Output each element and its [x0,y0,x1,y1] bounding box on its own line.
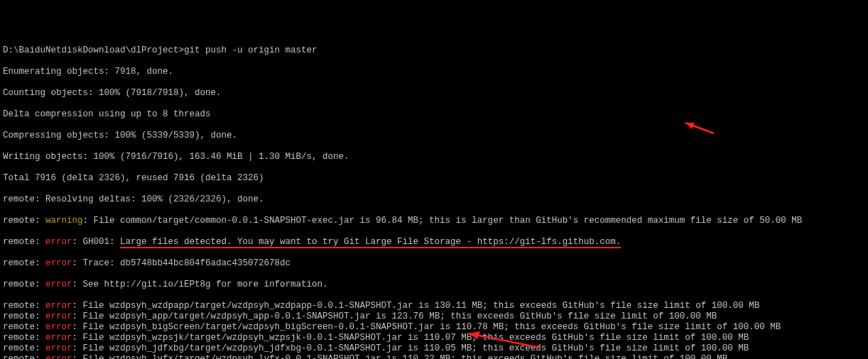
remote-prefix: remote: [3,280,45,289]
terminal-output-line: Counting objects: 100% (7918/7918), done… [3,88,868,99]
svg-marker-1 [685,123,695,129]
file-size-error-line: remote: error: File wzdpsyh_bigScreen/ta… [3,322,868,333]
remote-prefix: remote: [3,237,45,247]
terminal-output-line: Delta compression using up to 8 threads [3,109,868,120]
terminal-output-line: Enumerating objects: 7918, done. [3,67,868,77]
terminal-output-line: Total 7916 (delta 2326), reused 7916 (de… [3,173,868,184]
remote-gh001-line: remote: error: GH001: Large files detect… [3,237,868,248]
remote-trace-line: remote: error: Trace: db5748bb44bc804f6a… [3,258,868,269]
error-tag: error [45,322,72,332]
error-colon: : [72,322,83,332]
see-message: : See http://git.io/iEPt8g for more info… [72,280,328,289]
error-tag: error [45,258,72,268]
remote-prefix: remote: [3,322,45,332]
file-size-error-line: remote: error: File wzdpsyh_lyfx/target/… [3,354,868,359]
remote-warning-line: remote: warning: File common/target/comm… [3,216,868,226]
remote-prefix: remote: [3,333,45,343]
error-tag: error [45,237,72,247]
error-tag: error [45,333,72,343]
terminal-path: D:\BaiduNetdiskDownload\dlProject> [3,45,184,55]
error-message: File wzdpsyh_jdfxbg/target/wzdpsyh_jdfxb… [83,343,749,353]
error-message: File wzdpsyh_wzdpapp/target/wzdpsyh_wzdp… [83,301,760,311]
remote-prefix: remote: [3,311,45,321]
error-colon: : [72,343,83,353]
remote-prefix: remote: [3,301,45,311]
error-message: File wzdpsyh_app/target/wzdpsyh_app-0.0.… [83,311,717,321]
error-tag: error [45,301,72,311]
error-message: File wzdpsyh_bigScreen/target/wzdpsyh_bi… [83,322,781,332]
trace-message: : Trace: db5748bb44bc804f6adac435072678d… [72,258,291,268]
remote-prefix: remote: [3,258,45,268]
warning-tag: warning [45,216,83,226]
remote-prefix: remote: [3,343,45,353]
terminal-command: git push -u origin master [184,45,318,55]
gh001-prefix: : GH001: [72,237,121,247]
remote-prefix: remote: [3,354,45,359]
terminal-output-line: remote: Resolving deltas: 100% (2326/232… [3,194,868,205]
error-message: File wzdpsyh_wzpsjk/target/wzdpsyh_wzpsj… [83,333,749,343]
file-size-error-list: remote: error: File wzdpsyh_wzdpapp/targ… [3,301,868,359]
remote-see-line: remote: error: See http://git.io/iEPt8g … [3,280,868,290]
error-colon: : [72,311,83,321]
error-message: File wzdpsyh_lyfx/target/wzdpsyh_lyfx-0.… [83,354,728,359]
error-colon: : [72,354,83,359]
remote-prefix: remote: [3,216,45,226]
terminal-output-line: Writing objects: 100% (7916/7916), 163.4… [3,152,868,162]
error-tag: error [45,280,72,289]
gh001-message-underlined: Large files detected. You may want to tr… [120,237,621,248]
terminal-output-line: Compressing objects: 100% (5339/5339), d… [3,131,868,141]
error-colon: : [72,301,83,311]
file-size-error-line: remote: error: File wzdpsyh_wzdpapp/targ… [3,301,868,311]
error-tag: error [45,311,72,321]
error-tag: error [45,354,72,359]
file-size-error-line: remote: error: File wzdpsyh_jdfxbg/targe… [3,343,868,354]
terminal-prompt-line: D:\BaiduNetdiskDownload\dlProject>git pu… [3,45,868,56]
error-colon: : [72,333,83,343]
error-tag: error [45,343,72,353]
file-size-error-line: remote: error: File wzdpsyh_app/target/w… [3,311,868,322]
file-size-error-line: remote: error: File wzdpsyh_wzpsjk/targe… [3,333,868,343]
warning-message: : File common/target/common-0.0.1-SNAPSH… [83,216,803,226]
